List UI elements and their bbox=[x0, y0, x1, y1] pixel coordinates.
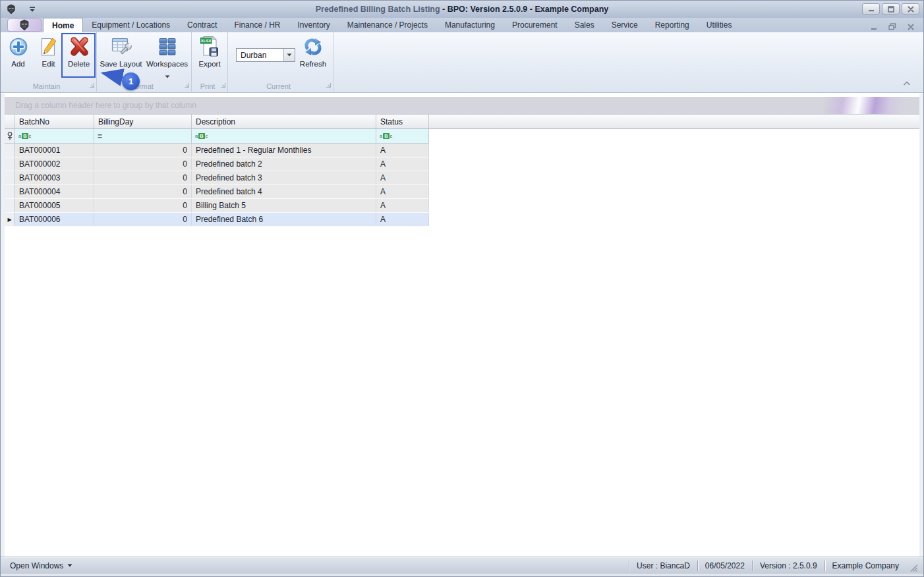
workspaces-dropdown-icon bbox=[165, 69, 170, 81]
current-row-arrow-icon: ▶ bbox=[7, 217, 11, 223]
refresh-button[interactable]: Refresh bbox=[298, 34, 328, 68]
dialog-launcher-icon[interactable] bbox=[89, 78, 94, 90]
table-row[interactable]: BAT000002 0 Predefined batch 2 A bbox=[5, 157, 429, 171]
equals-filter-icon: = bbox=[98, 132, 102, 141]
save-layout-icon bbox=[110, 34, 132, 59]
tab-finance-hr[interactable]: Finance / HR bbox=[225, 18, 289, 32]
table-row[interactable]: BAT000003 0 Predefined batch 3 A bbox=[5, 171, 429, 185]
branch-selector-combobox[interactable]: Durban bbox=[236, 48, 295, 62]
add-button[interactable]: Add bbox=[3, 34, 34, 68]
export-button[interactable]: XLSX Export bbox=[194, 34, 225, 68]
column-header-batchno[interactable]: BatchNo bbox=[15, 115, 94, 128]
delete-button[interactable]: Delete bbox=[64, 34, 94, 68]
table-row-selected[interactable]: ▶ BAT000006 0 Predefined Batch 6 A bbox=[5, 213, 429, 227]
cell-description: Predefined batch 4 bbox=[192, 185, 376, 198]
window-title: Predefined Billing Batch Listing - BPO: … bbox=[80, 5, 844, 14]
statusbar-user: User : BiancaD bbox=[629, 561, 697, 570]
filter-cell-batchno[interactable]: aBc bbox=[15, 129, 94, 143]
app-logo-icon bbox=[6, 4, 16, 14]
tab-procurement[interactable]: Procurement bbox=[504, 18, 566, 32]
statusbar-date: 06/05/2022 bbox=[698, 561, 752, 570]
tab-inventory[interactable]: Inventory bbox=[289, 18, 338, 32]
table-row[interactable]: BAT000004 0 Predefined batch 4 A bbox=[5, 185, 429, 199]
tab-sales[interactable]: Sales bbox=[566, 18, 603, 32]
statusbar-version: Version : 2.5.0.9 bbox=[753, 561, 824, 570]
workspaces-button[interactable]: Workspaces bbox=[144, 34, 190, 81]
maximize-button[interactable] bbox=[882, 3, 900, 14]
status-bar: Open Windows User : BiancaD 06/05/2022 V… bbox=[1, 557, 923, 574]
delete-icon bbox=[68, 34, 90, 59]
mdi-close-button[interactable] bbox=[908, 21, 914, 33]
abc-filter-icon: aBc bbox=[195, 133, 208, 140]
dialog-launcher-icon[interactable] bbox=[184, 78, 189, 90]
tab-home[interactable]: Home bbox=[43, 18, 83, 32]
abc-filter-icon: aBc bbox=[18, 133, 31, 140]
decorative-swirl bbox=[819, 97, 918, 114]
filter-cell-billingday[interactable]: = bbox=[94, 129, 192, 143]
combo-dropdown-button[interactable] bbox=[283, 49, 295, 61]
tab-maintenance-projects[interactable]: Maintenance / Projects bbox=[339, 18, 436, 32]
ribbon-group-print: XLSX Export Print bbox=[192, 32, 228, 93]
tab-equipment-locations[interactable]: Equipment / Locations bbox=[83, 18, 179, 32]
cell-batch-no: BAT000005 bbox=[15, 199, 94, 212]
row-indicator-cell bbox=[5, 157, 15, 171]
group-label-current: Current bbox=[232, 82, 325, 90]
ribbon-tabs: Home Equipment / Locations Contract Fina… bbox=[43, 18, 740, 32]
row-indicator-cell: ▶ bbox=[5, 213, 15, 226]
dialog-launcher-icon[interactable] bbox=[220, 78, 225, 90]
dialog-launcher-icon[interactable] bbox=[326, 78, 331, 90]
cell-batch-no: BAT000002 bbox=[15, 157, 94, 171]
save-layout-button[interactable]: Save Layout bbox=[98, 34, 144, 81]
open-windows-dropdown[interactable]: Open Windows bbox=[10, 561, 72, 570]
cell-billing-day: 0 bbox=[94, 157, 192, 171]
table-row[interactable]: BAT000001 0 Predefined 1 - Regular Month… bbox=[5, 144, 429, 157]
mdi-restore-button[interactable] bbox=[888, 21, 896, 33]
filter-pin-icon[interactable] bbox=[5, 129, 15, 143]
tab-service[interactable]: Service bbox=[603, 18, 647, 32]
cell-status: A bbox=[376, 157, 429, 171]
row-indicator-cell bbox=[5, 171, 15, 184]
cell-billing-day: 0 bbox=[94, 213, 192, 226]
table-row[interactable]: BAT000005 0 Billing Batch 5 A bbox=[5, 199, 429, 213]
cell-description: Billing Batch 5 bbox=[192, 199, 376, 212]
tab-manufacturing[interactable]: Manufacturing bbox=[436, 18, 504, 32]
row-indicator-cell bbox=[5, 144, 15, 157]
tab-reporting[interactable]: Reporting bbox=[647, 18, 698, 32]
application-menu-button[interactable] bbox=[7, 18, 42, 32]
tab-contract[interactable]: Contract bbox=[179, 18, 225, 32]
edit-button[interactable]: Edit bbox=[34, 34, 64, 68]
refresh-icon bbox=[302, 34, 324, 59]
cell-status: A bbox=[376, 185, 429, 198]
cell-status: A bbox=[376, 171, 429, 184]
add-icon bbox=[8, 34, 29, 59]
mdi-minimize-button[interactable] bbox=[871, 21, 877, 33]
ribbon-collapse-chevron-icon[interactable] bbox=[902, 77, 911, 89]
abc-filter-icon: aBc bbox=[380, 133, 392, 140]
column-header-status[interactable]: Status bbox=[376, 115, 429, 128]
filter-cell-description[interactable]: aBc bbox=[192, 129, 376, 143]
ribbon-tab-row: Home Equipment / Locations Contract Fina… bbox=[1, 18, 923, 32]
filter-cell-status[interactable]: aBc bbox=[376, 129, 429, 143]
ribbon-group-current: Durban Refresh bbox=[228, 32, 333, 93]
window-frame-bottom bbox=[1, 574, 923, 576]
annotation-step-badge: 1 bbox=[122, 72, 140, 90]
column-header-description[interactable]: Description bbox=[192, 115, 376, 128]
tab-utilities[interactable]: Utilities bbox=[698, 18, 741, 32]
grid-header-row: BatchNo BillingDay Description Status bbox=[5, 114, 919, 129]
group-label-print: Print bbox=[196, 82, 219, 90]
application-window: Predefined Billing Batch Listing - BPO: … bbox=[0, 0, 924, 577]
minimize-button[interactable] bbox=[862, 3, 880, 14]
cell-batch-no: BAT000006 bbox=[15, 213, 94, 226]
quick-access-dropdown-icon[interactable] bbox=[28, 7, 36, 13]
column-header-billingday[interactable]: BillingDay bbox=[94, 115, 192, 128]
grid-group-by-panel[interactable]: Drag a column header here to group by th… bbox=[5, 97, 919, 114]
row-indicator-cell bbox=[5, 199, 15, 212]
group-by-hint-text: Drag a column header here to group by th… bbox=[5, 101, 196, 110]
close-button[interactable] bbox=[902, 3, 919, 14]
cell-description: Predefined 1 - Regular Monthlies bbox=[192, 144, 376, 157]
cell-status: A bbox=[376, 199, 429, 212]
cell-billing-day: 0 bbox=[94, 199, 192, 212]
resize-grip[interactable] bbox=[909, 563, 918, 572]
grid-filter-row: aBc = aBc aBc bbox=[5, 129, 429, 144]
cell-billing-day: 0 bbox=[94, 144, 192, 157]
